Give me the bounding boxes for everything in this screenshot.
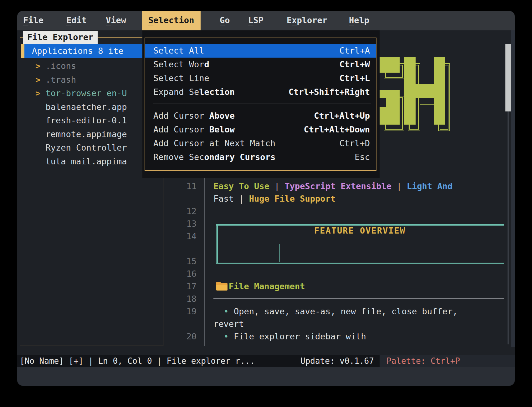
line-number: 18 (174, 293, 197, 305)
feature-overview-title: FEATURE OVERVIEW (216, 224, 504, 237)
sidebar-item-applications[interactable]: Applications 8 ite (21, 44, 163, 58)
sidebar-item-remnote-appimage[interactable]: remnote.appimage (35, 127, 127, 141)
sidebar-item-name: balenaetcher.app (46, 102, 127, 112)
menu-item-label: Select All (153, 44, 204, 58)
menu-item-label: Remove Secondary Cursors (153, 150, 275, 164)
menu-separator (153, 104, 371, 104)
logo-ascii-art (380, 57, 461, 140)
status-bar: [No Name] [+] | Ln 0, Col 0 | File explo… (17, 355, 515, 367)
sidebar-item-name: .icons (46, 61, 76, 71)
selection-menu: Select AllCtrl+ASelect WordCtrl+WSelect … (142, 30, 380, 178)
folder-icon (216, 281, 228, 292)
menu-item-label: Select Line (153, 71, 209, 85)
chevron-right-icon: > (35, 75, 46, 85)
menu-edit[interactable]: Edit (66, 11, 87, 30)
menu-item-expand-selection[interactable]: Expand SelectionCtrl+Shift+Right (145, 85, 376, 99)
sidebar-item-name: .trash (46, 75, 76, 85)
menu-go[interactable]: Go (220, 11, 230, 30)
feature-box-fragment (279, 244, 281, 262)
editor-line[interactable]: • File explorer sidebar with (213, 330, 366, 343)
sidebar-item-fresh-editor-0-1[interactable]: fresh-editor-0.1 (35, 113, 127, 127)
menu-item-shortcut: Ctrl+Alt+Down (304, 123, 370, 137)
sidebar-item-name: remnote.appimage (46, 129, 127, 139)
line-number: 14 (174, 230, 197, 243)
menu-item-shortcut: Esc (355, 150, 370, 164)
menu-item-select-word[interactable]: Select WordCtrl+W (145, 58, 376, 71)
menu-item-select-all[interactable]: Select AllCtrl+A (145, 44, 376, 58)
menu-item-add-cursor-above[interactable]: Add Cursor AboveCtrl+Alt+Up (145, 109, 376, 123)
section-divider (213, 298, 504, 299)
sidebar-item-name: Ryzen Controller (46, 143, 127, 152)
line-number: 16 (174, 268, 197, 280)
line-number: 12 (174, 205, 197, 218)
menu-item-shortcut: Ctrl+Shift+Right (289, 85, 370, 99)
sidebar-item-tor-browser-en-u[interactable]: > tor-browser_en-U (35, 86, 127, 100)
line-number: 15 (174, 255, 197, 268)
menu-file[interactable]: File (23, 11, 43, 30)
sidebar-item-ryzen-controller[interactable]: Ryzen Controller (35, 141, 127, 155)
menu-item-shortcut: Ctrl+W (339, 58, 370, 71)
editor-window: FileEditViewSelectionGoLSPExplorerHelp (17, 11, 515, 386)
file-explorer-title: File Explorer (23, 31, 98, 44)
menu-bar: FileEditViewSelectionGoLSPExplorerHelp (17, 11, 515, 30)
menu-item-label: Add Cursor Below (153, 123, 235, 137)
feature-box-bottom (216, 262, 504, 264)
menu-explorer[interactable]: Explorer (287, 11, 327, 30)
line-number: 17 (174, 280, 197, 293)
sidebar-item-balenaetcher-app[interactable]: balenaetcher.app (35, 100, 127, 114)
menu-item-shortcut: Ctrl+L (339, 71, 370, 85)
menu-item-select-line[interactable]: Select LineCtrl+L (145, 71, 376, 85)
sidebar-item-name: tuta_mail.appima (46, 157, 127, 166)
menu-lsp[interactable]: LSP (248, 11, 263, 30)
editor-line[interactable]: revert (213, 318, 244, 330)
window-bottom-strip (17, 367, 515, 386)
menu-item-remove-secondary-cursors[interactable]: Remove Secondary CursorsEsc (145, 150, 376, 164)
menu-selection[interactable]: Selection (142, 11, 201, 30)
line-number: 13 (174, 218, 197, 230)
menu-item-shortcut: Ctrl+D (339, 137, 370, 150)
editor-line[interactable]: • Open, save, save-as, new file, close b… (213, 305, 458, 318)
menu-item-label: Add Cursor Above (153, 109, 235, 123)
menu-item-label: Expand Selection (153, 85, 235, 99)
scrollbar-thumb[interactable] (505, 44, 511, 111)
status-update-version: Update: v0.1.67 (300, 355, 374, 367)
chevron-right-icon: > (35, 88, 46, 98)
menu-item-add-cursor-below[interactable]: Add Cursor BelowCtrl+Alt+Down (145, 123, 376, 137)
scrollbar-track[interactable] (508, 111, 509, 344)
editor-line[interactable]: Fast | Huge File Support (213, 193, 335, 205)
line-number: 11 (174, 180, 197, 193)
sidebar-item-name: fresh-editor-0.1 (46, 116, 127, 125)
window-right-band (511, 30, 515, 347)
editor-line[interactable]: Easy To Use | TypeScript Extensible | Li… (213, 180, 453, 193)
line-number: 20 (174, 330, 197, 343)
menu-help[interactable]: Help (349, 11, 369, 30)
chevron-right-icon: > (35, 61, 46, 71)
selected-item-accent (21, 44, 24, 58)
gutter-separator (204, 178, 205, 346)
menu-view[interactable]: View (106, 11, 126, 30)
status-buffer-info: [No Name] [+] | Ln 0, Col 0 | File explo… (20, 355, 255, 367)
menu-item-add-cursor-at-next-match[interactable]: Add Cursor at Next MatchCtrl+D (145, 137, 376, 150)
line-number: 19 (174, 305, 197, 318)
menu-item-shortcut: Ctrl+A (339, 44, 370, 58)
sidebar-item-tuta-mail-appima[interactable]: tuta_mail.appima (35, 154, 127, 168)
menu-item-label: Add Cursor at Next Match (153, 137, 275, 150)
menu-item-label: Select Word (153, 58, 209, 71)
sidebar-item-name: tor-browser_en-U (46, 88, 127, 98)
status-palette-hint[interactable]: Palette: Ctrl+P (386, 355, 460, 367)
menu-item-shortcut: Ctrl+Alt+Up (314, 109, 370, 123)
sidebar-item--trash[interactable]: > .trash (35, 73, 76, 87)
sidebar-item--icons[interactable]: > .icons (35, 59, 76, 73)
